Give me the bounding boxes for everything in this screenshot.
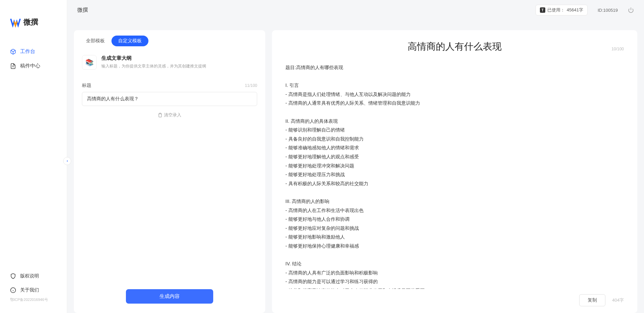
chevron-left-icon [65,159,69,163]
topbar-right: T 已使用： 45641字 ID:100519 [536,5,634,15]
generate-button[interactable]: 生成内容 [126,289,213,304]
user-id: ID:100519 [598,8,618,13]
power-icon[interactable] [628,7,634,13]
usage-value: 45641字 [567,7,583,13]
field-counter: 11/100 [245,83,257,88]
clear-label: 清空录入 [164,112,181,118]
generate-row: 生成内容 [74,289,265,308]
copy-button[interactable]: 复制 [579,294,605,306]
title-input[interactable] [82,92,257,106]
field-label: 标题 [82,83,91,89]
clear-button[interactable]: 清空录入 [158,112,181,118]
nav-copyright[interactable]: 版权说明 [0,269,67,283]
clear-row: 清空录入 [74,106,265,125]
output-panel: 高情商的人有什么表现 10/100 题目:高情商的人有哪些表现 I. 引言 - … [272,30,637,313]
template-desc: 输入标题，为你提供文章主体的灵感，并为其创建推文提纲 [101,63,257,69]
text-icon: T [540,7,545,13]
input-panel: 全部模板 自定义模板 📚 生成文章大纲 输入标题，为你提供文章主体的灵感，并为其… [74,30,265,313]
field-header: 标题 11/100 [74,78,265,92]
template-title: 生成文章大纲 [101,55,257,61]
output-body[interactable]: 题目:高情商的人有哪些表现 I. 引言 - 高情商是指人们处理情绪、与他人互动以… [285,63,624,289]
info-icon [10,287,16,293]
template-tabs: 全部模板 自定义模板 [74,36,265,52]
trash-icon [158,113,163,117]
sidebar-collapse-button[interactable] [63,157,71,165]
output-footer: 复制 404字 [285,289,624,306]
usage-label: 已使用： [547,7,565,13]
sidebar: 微撰 工作台 稿件中心 版权说明 关于我们 鄂ICP备2022016946号 [0,0,67,313]
document-icon [10,63,16,69]
nav-drafts[interactable]: 稿件中心 [0,59,67,73]
tab-all-templates[interactable]: 全部模板 [79,36,111,46]
nav-about[interactable]: 关于我们 [0,283,67,297]
output-title: 高情商的人有什么表现 [285,40,624,53]
nav-workbench[interactable]: 工作台 [0,44,67,59]
nav-item-label: 稿件中心 [20,63,40,69]
tab-custom-templates[interactable]: 自定义模板 [111,36,148,46]
nav-item-label: 工作台 [20,48,35,55]
usage-badge: T 已使用： 45641字 [536,5,588,15]
cube-icon [10,49,16,55]
template-info: 生成文章大纲 输入标题，为你提供文章主体的灵感，并为其创建推文提纲 [101,55,257,70]
topbar: 微撰 T 已使用： 45641字 ID:100519 [67,0,644,20]
sidebar-bottom: 版权说明 关于我们 鄂ICP备2022016946号 [0,269,67,313]
output-title-row: 高情商的人有什么表现 10/100 [285,40,624,53]
logo: 微撰 [0,0,67,38]
logo-icon [10,17,21,28]
nav-main: 工作台 稿件中心 [0,38,67,269]
nav-item-label: 关于我们 [20,287,39,293]
icp-text: 鄂ICP备2022016946号 [0,297,67,306]
template-icon: 📚 [82,55,97,70]
main: 全部模板 自定义模板 📚 生成文章大纲 输入标题，为你提供文章主体的灵感，并为其… [74,20,637,313]
nav-item-label: 版权说明 [20,273,39,279]
shield-icon [10,273,16,279]
title-counter: 10/100 [611,47,624,51]
word-count: 404字 [612,297,624,303]
logo-text: 微撰 [24,17,38,27]
template-card: 📚 生成文章大纲 输入标题，为你提供文章主体的灵感，并为其创建推文提纲 [74,52,265,78]
page-title: 微撰 [77,7,88,14]
